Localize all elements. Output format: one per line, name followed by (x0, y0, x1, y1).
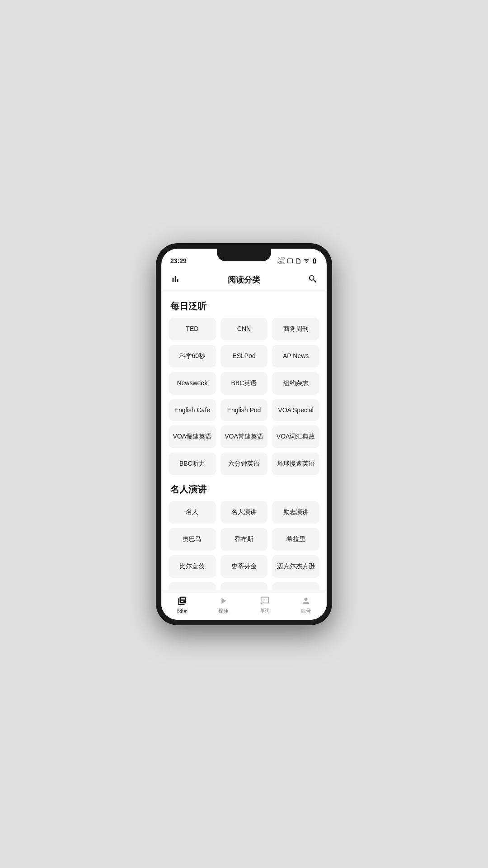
sim-icon (287, 258, 293, 264)
list-item[interactable]: Newsweek (169, 372, 216, 395)
list-item[interactable]: CNN (221, 318, 268, 340)
list-item[interactable]: VOA常速英语 (221, 425, 268, 448)
bottom-nav: 阅读 视频 单词 账号 (161, 590, 327, 620)
nav-label-vocabulary: 单词 (260, 608, 270, 614)
nav-item-reading[interactable]: 阅读 (161, 593, 203, 617)
list-item[interactable]: 比尔盖茨 (169, 555, 216, 578)
list-item[interactable]: 迈克尔杰克逊 (272, 555, 319, 578)
page-title: 阅读分类 (180, 274, 308, 285)
list-item[interactable]: VOA Special (272, 399, 319, 421)
list-item[interactable]: VOA词汇典故 (272, 425, 319, 448)
vocabulary-icon (259, 595, 270, 606)
list-item[interactable]: 奥巴马 (169, 528, 216, 551)
list-item[interactable]: 环球慢速英语 (272, 453, 319, 475)
status-icons: 0.30KB/s (277, 257, 318, 265)
nav-label-reading: 阅读 (177, 608, 187, 614)
notch (217, 249, 271, 261)
nav-item-video[interactable]: 视频 (203, 593, 244, 617)
list-item[interactable]: ESLPod (221, 345, 268, 368)
header-left (170, 274, 180, 286)
list-item[interactable]: 六分钟英语 (221, 453, 268, 475)
video-icon (218, 595, 229, 606)
list-item[interactable]: 霍金 (169, 582, 216, 590)
nav-label-account: 账号 (301, 608, 311, 614)
header: 阅读分类 (161, 269, 327, 292)
list-item[interactable]: English Cafe (169, 399, 216, 421)
section-title-speeches: 名人演讲 (170, 483, 319, 495)
phone-screen: 23:29 0.30KB/s 阅读分类 (161, 249, 327, 620)
status-time: 23:29 (170, 257, 187, 264)
nav-item-vocabulary[interactable]: 单词 (244, 593, 286, 617)
section-title-daily: 每日泛听 (170, 300, 319, 312)
reading-icon (177, 595, 188, 606)
chart-bar-icon[interactable] (170, 274, 180, 286)
list-item[interactable]: VOA慢速英语 (169, 425, 216, 448)
list-item[interactable]: AP News (272, 345, 319, 368)
wifi-icon (303, 258, 310, 264)
account-icon (300, 595, 311, 606)
list-item[interactable]: 名人演讲 (221, 501, 268, 524)
list-item[interactable]: 纽约杂志 (272, 372, 319, 395)
list-item[interactable]: TED (169, 318, 216, 340)
file-icon (295, 258, 301, 264)
list-item[interactable]: English Pod (221, 399, 268, 421)
list-item[interactable]: 名人 (169, 501, 216, 524)
phone-frame: 23:29 0.30KB/s 阅读分类 (156, 243, 332, 625)
nav-item-account[interactable]: 账号 (286, 593, 327, 617)
list-item[interactable]: 希拉里 (272, 528, 319, 551)
list-item[interactable]: 乔布斯 (221, 528, 268, 551)
battery-icon (311, 258, 318, 264)
data-speed: 0.30KB/s (277, 257, 285, 265)
list-item[interactable]: 科学60秒 (169, 345, 216, 368)
list-item[interactable]: BBC听力 (169, 453, 216, 475)
list-item[interactable]: 扎克伯格 (272, 582, 319, 590)
list-item[interactable]: BBC英语 (221, 372, 268, 395)
famous-speeches-grid: 名人 名人演讲 励志演讲 奥巴马 乔布斯 希拉里 比尔盖茨 史蒂芬金 迈克尔杰克… (169, 501, 319, 590)
list-item[interactable]: 励志演讲 (272, 501, 319, 524)
list-item[interactable]: 史蒂芬金 (221, 555, 268, 578)
search-icon[interactable] (308, 274, 318, 286)
daily-listening-grid: TED CNN 商务周刊 科学60秒 ESLPod AP News Newswe… (169, 318, 319, 475)
nav-label-video: 视频 (218, 608, 228, 614)
list-item[interactable]: 莫扎特 (221, 582, 268, 590)
list-item[interactable]: 商务周刊 (272, 318, 319, 340)
scroll-content[interactable]: 每日泛听 TED CNN 商务周刊 科学60秒 ESLPod AP News N… (161, 292, 327, 590)
